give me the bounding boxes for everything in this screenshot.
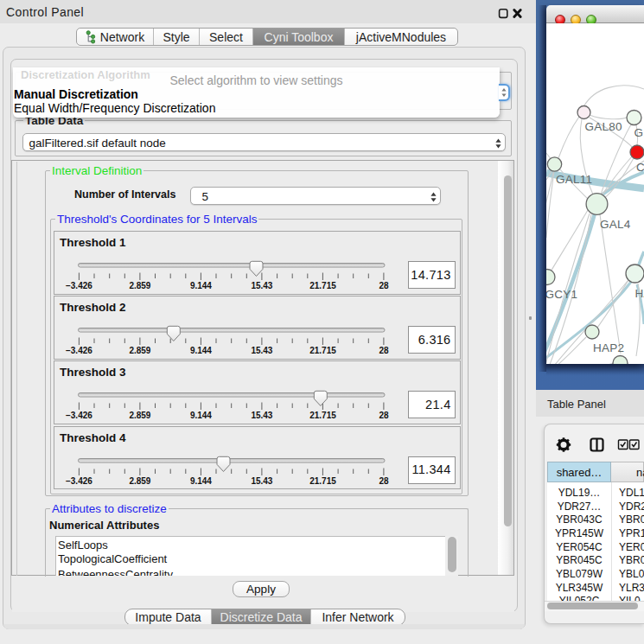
svg-text:9.144: 9.144 [190, 476, 212, 486]
svg-text:21.715: 21.715 [309, 411, 336, 420]
svg-text:15.43: 15.43 [251, 281, 272, 290]
svg-text:−3.426: −3.426 [66, 346, 92, 355]
svg-text:GAL11: GAL11 [556, 173, 592, 186]
svg-text:GCY1: GCY1 [546, 288, 577, 301]
svg-text:−3.426: −3.426 [66, 281, 92, 290]
svg-text:GAL4: GAL4 [600, 218, 631, 231]
svg-text:−3.426: −3.426 [66, 476, 92, 486]
svg-text:2.859: 2.859 [129, 346, 150, 355]
svg-text:15.43: 15.43 [251, 346, 272, 355]
svg-text:HAP2: HAP2 [593, 341, 624, 354]
svg-text:15.43: 15.43 [251, 411, 272, 420]
svg-text:28: 28 [379, 281, 389, 290]
svg-text:21.715: 21.715 [309, 476, 336, 486]
svg-text:HA: HA [635, 287, 644, 300]
svg-text:GAL80: GAL80 [585, 120, 622, 133]
svg-text:9.144: 9.144 [190, 281, 212, 290]
svg-text:−3.426: −3.426 [66, 411, 92, 420]
svg-text:21.715: 21.715 [309, 346, 336, 355]
svg-text:2.859: 2.859 [129, 411, 150, 420]
svg-text:21.715: 21.715 [309, 281, 336, 290]
svg-text:G.: G. [634, 126, 644, 139]
svg-text:CY: CY [636, 161, 644, 174]
svg-text:9.144: 9.144 [190, 346, 212, 355]
svg-text:28: 28 [379, 411, 389, 420]
svg-text:15.43: 15.43 [251, 476, 272, 486]
svg-text:28: 28 [379, 346, 389, 355]
svg-text:9.144: 9.144 [190, 411, 212, 420]
svg-text:2.859: 2.859 [129, 281, 150, 290]
svg-text:2.859: 2.859 [129, 476, 150, 486]
svg-text:28: 28 [379, 476, 389, 486]
